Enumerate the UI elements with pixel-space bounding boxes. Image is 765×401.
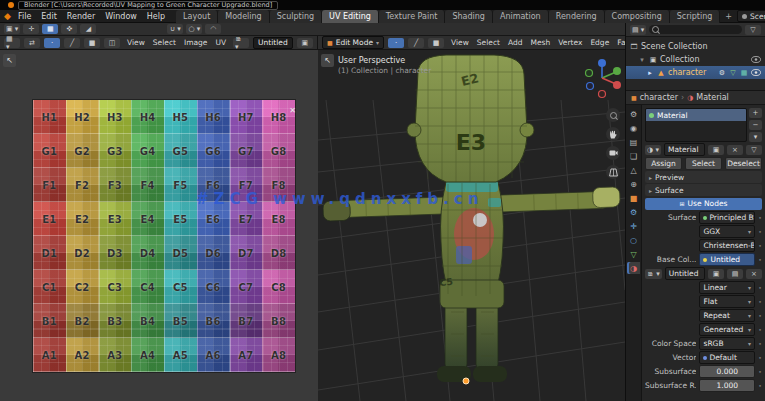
uv-2d-cursor[interactable]: ✕ bbox=[288, 106, 297, 115]
vector-button[interactable]: Default bbox=[699, 351, 755, 364]
unlink-material-button[interactable]: × bbox=[727, 145, 743, 155]
properties-tab-data[interactable]: ▽ bbox=[627, 248, 640, 260]
breadcrumb-material[interactable]: Material bbox=[696, 93, 729, 102]
outliner-filter-button[interactable]: ▽ bbox=[745, 25, 761, 35]
menu-render[interactable]: Render bbox=[62, 11, 100, 22]
move-tool-button[interactable]: ✜ bbox=[61, 24, 77, 34]
character-model[interactable]: E2 E3 C5 bbox=[323, 55, 621, 382]
pack-image-button[interactable]: ▤ bbox=[727, 269, 743, 279]
properties-tab-view-layer[interactable]: ❏ bbox=[627, 150, 640, 162]
assign-button[interactable]: Assign bbox=[645, 157, 682, 170]
viewport-canvas[interactable]: E2 E3 C5 User Perspective (1) Collection… bbox=[318, 50, 625, 401]
fake-user-button[interactable]: ▣ bbox=[708, 145, 724, 155]
deselect-button[interactable]: Deselect bbox=[725, 157, 762, 170]
uv-toolbar-select-tool[interactable]: ↖ bbox=[3, 54, 16, 67]
uv-menu-uv[interactable]: UV bbox=[212, 37, 229, 48]
uv-editor-canvas[interactable]: ↖ H1H2H3H4H5H6H7H8G1G2G3G4G5G6G7G8F1F2F3… bbox=[0, 50, 319, 401]
menu-edit[interactable]: Edit bbox=[36, 11, 62, 22]
surface-section-header[interactable]: ▸ Surface bbox=[645, 184, 762, 196]
fake-user-button[interactable]: ▣ bbox=[297, 38, 313, 48]
workspace-tab-rendering[interactable]: Rendering bbox=[549, 10, 605, 23]
workspace-tab-compositing[interactable]: Compositing bbox=[605, 10, 670, 23]
falloff-curve-button[interactable]: ◠ bbox=[205, 24, 221, 34]
breadcrumb-object[interactable]: character bbox=[640, 93, 678, 102]
viewport-menu-edge[interactable]: Edge bbox=[587, 37, 612, 48]
menu-window[interactable]: Window bbox=[100, 11, 142, 22]
viewport-menu-face[interactable]: Face bbox=[614, 37, 625, 48]
preview-section-header[interactable]: ▸ Preview bbox=[645, 171, 762, 183]
face-select-mode-button[interactable]: ■ bbox=[428, 38, 444, 48]
workspace-tab-uv-editing[interactable]: UV Editing bbox=[322, 10, 379, 23]
viewport-menu-add[interactable]: Add bbox=[505, 37, 526, 48]
outliner-item-collection[interactable]: ▾ ▣ Collection bbox=[626, 53, 765, 66]
expand-caret-icon[interactable]: ▾ bbox=[638, 56, 646, 64]
properties-tab-particles[interactable]: ✛ bbox=[627, 220, 640, 232]
zoom-icon[interactable] bbox=[606, 108, 620, 122]
select-button[interactable]: Select bbox=[685, 157, 722, 170]
editor-type-dropdown[interactable]: ▦ ▾ bbox=[4, 38, 20, 48]
subsurface-radius-slider[interactable]: 1.000 bbox=[699, 379, 755, 392]
browse-image-dropdown[interactable]: 🗈 ▾ bbox=[645, 269, 662, 279]
material-slots-box[interactable]: Material bbox=[645, 108, 747, 142]
mode-selector[interactable]: ■ Edit Mode ▾ bbox=[322, 36, 384, 49]
properties-tab-object[interactable]: ■ bbox=[627, 192, 640, 204]
workspace-tab-modeling[interactable]: Modeling bbox=[218, 10, 269, 23]
interpolation-dropdown[interactable]: Linear▾ bbox=[699, 281, 755, 294]
camera-view-icon[interactable] bbox=[606, 146, 620, 160]
properties-tab-world[interactable]: ⊕ bbox=[627, 178, 640, 190]
properties-tab-physics[interactable]: ○ bbox=[627, 234, 640, 246]
uv-sync-selection-button[interactable]: ⇄ bbox=[24, 38, 40, 48]
viewport-menu-mesh[interactable]: Mesh bbox=[528, 37, 554, 48]
uv-menu-select[interactable]: Select bbox=[150, 37, 179, 48]
extension-dropdown[interactable]: Repeat▾ bbox=[699, 309, 755, 322]
properties-tab-render[interactable]: ◉ bbox=[627, 122, 640, 134]
pan-hand-icon[interactable] bbox=[606, 127, 620, 141]
active-tool-dropdown[interactable]: ▣ ▾ bbox=[4, 24, 20, 34]
snap-toggle-button[interactable]: ∪ ▾ bbox=[167, 24, 183, 34]
uv-menu-view[interactable]: View bbox=[124, 37, 148, 48]
viewport-menu-select[interactable]: Select bbox=[474, 37, 503, 48]
uv-island-select-button[interactable]: ◫ bbox=[104, 38, 120, 48]
viewport-menu-vertex[interactable]: Vertex bbox=[555, 37, 585, 48]
material-slot-row[interactable]: Material bbox=[646, 109, 746, 121]
uv-edge-select-button[interactable]: ╱ bbox=[64, 38, 80, 48]
perspective-toggle-icon[interactable] bbox=[606, 165, 620, 179]
workspace-tab-layout[interactable]: Layout bbox=[176, 10, 218, 23]
proportional-editing-button[interactable]: ○ ▾ bbox=[186, 24, 202, 34]
slot-specials-button[interactable]: ▾ bbox=[749, 132, 762, 142]
scene-selector[interactable]: Scene bbox=[737, 10, 765, 22]
uv-face-select-button[interactable]: ■ bbox=[84, 38, 100, 48]
menu-file[interactable]: File bbox=[13, 11, 36, 22]
subsurface-slider[interactable]: 0.000 bbox=[699, 365, 755, 378]
outliner-item-character[interactable]: ▸ ▲ character ⚙ ▽ ▦ bbox=[626, 66, 765, 79]
remove-slot-button[interactable]: − bbox=[749, 120, 762, 130]
outliner-editor-type-dropdown[interactable]: ▤ ▾ bbox=[630, 25, 646, 35]
navigation-gizmo[interactable] bbox=[582, 56, 622, 100]
properties-tab-modifiers[interactable]: ⚙ bbox=[627, 206, 640, 218]
outliner-search-input[interactable] bbox=[649, 25, 742, 34]
vertex-select-mode-button[interactable]: · bbox=[388, 38, 404, 48]
use-nodes-button[interactable]: ⊞ Use Nodes bbox=[645, 198, 762, 210]
expand-caret-icon[interactable]: ▸ bbox=[646, 69, 654, 77]
image-browse-dropdown[interactable]: 🗈 ▾ bbox=[233, 38, 249, 48]
surface-shader-button[interactable]: Principled BSDF bbox=[699, 211, 755, 224]
browse-material-dropdown[interactable]: ◑ ▾ bbox=[645, 145, 661, 155]
annotate-tool-button[interactable]: ◢ bbox=[80, 24, 96, 34]
outliner-item-scene-collection[interactable]: 🗖 Scene Collection bbox=[626, 40, 765, 53]
material-name-field[interactable]: Material bbox=[664, 143, 705, 156]
material-specials-button[interactable]: ▽ bbox=[746, 145, 762, 155]
workspace-tab-scripting[interactable]: Scripting bbox=[670, 10, 721, 23]
workspace-tab-sculpting[interactable]: Sculpting bbox=[270, 10, 322, 23]
unlink-image-button[interactable]: × bbox=[746, 269, 762, 279]
image-name-field[interactable]: Untitled bbox=[665, 267, 705, 280]
uv-vertex-select-button[interactable]: · bbox=[44, 38, 60, 48]
viewport-menu-view[interactable]: View bbox=[448, 37, 472, 48]
viewport-toolbar-select-tool[interactable]: ↖ bbox=[321, 54, 334, 67]
edge-select-mode-button[interactable]: ╱ bbox=[408, 38, 424, 48]
add-slot-button[interactable]: + bbox=[749, 108, 762, 118]
add-workspace-button[interactable]: + bbox=[720, 10, 737, 23]
subsurface-method-dropdown[interactable]: Christensen-Burley ▾ bbox=[699, 239, 755, 252]
hide-eye-icon[interactable] bbox=[751, 56, 761, 63]
properties-tab-tool[interactable]: ⚙ bbox=[627, 108, 640, 120]
hide-eye-icon[interactable] bbox=[751, 69, 761, 76]
